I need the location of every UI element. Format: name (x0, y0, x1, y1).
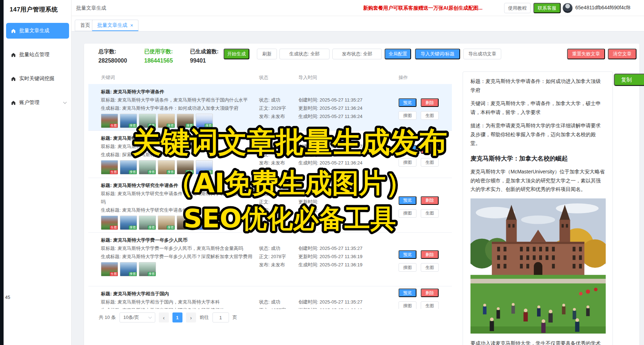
search-image-button[interactable]: 搜图 (399, 263, 416, 272)
time-cell: 创建时间: 2025-05-27 11:35:27 更新时间: 2025-05-… (298, 236, 399, 286)
generate-status-select[interactable]: 生成状态: 全部 (279, 49, 330, 59)
search-image-tag: 搜图 (205, 226, 213, 230)
article-thumbnail[interactable]: 搜图 (177, 114, 194, 128)
generated-title: 麦克马斯特大学相当于国内哪些名校？留学选择的 (122, 307, 224, 309)
double-title: 麦克马斯特大学申请条件，麦克马斯特大学相当于国内什么水平 (117, 97, 248, 103)
clear-articles-button[interactable]: 清空文章 (608, 49, 636, 59)
article-thumbnail[interactable]: 搜图 (120, 262, 137, 276)
status-value: 成功 (271, 191, 280, 196)
created-time: 2025-05-27 11:35:27 (319, 97, 362, 103)
tutorial-button[interactable]: 使用教程 (504, 3, 531, 13)
reset-failed-button[interactable]: 重置失败文章 (567, 49, 605, 59)
article-thumbnail[interactable]: 搜图 (158, 114, 175, 128)
article-thumbnail[interactable]: 生图 (101, 216, 118, 230)
search-image-button[interactable]: 搜图 (399, 111, 416, 120)
preview-button[interactable]: 预览 (399, 289, 416, 297)
table-row[interactable]: 标题: 麦克马斯特大学研究生申请条件 双标题: 麦克马斯特大学研究生申请条件，麦… (88, 178, 452, 232)
sidebar-item-batch-article[interactable]: 批量文章生成 (6, 23, 69, 39)
refresh-button[interactable]: 刷新 (257, 49, 277, 59)
article-thumbnail[interactable]: 搜图 (139, 160, 156, 174)
preview-button[interactable]: 预览 (399, 196, 416, 205)
preview-button[interactable]: 预览 (399, 145, 416, 154)
table-row[interactable]: 标题: 麦克马斯特大学学费一年多少人民币 双标题: 麦克马斯特大学学费一年多少人… (88, 232, 452, 286)
search-image-button[interactable]: 搜图 (399, 158, 416, 167)
article-thumbnail[interactable]: 搜图 (196, 216, 213, 230)
sidebar: 147用户管理系统 批量文章生成 批量站点管理 实时关键词挖掘 账户管理 45 (4, 0, 72, 345)
current-page-button[interactable]: 1 (172, 312, 182, 322)
export-success-button[interactable]: 导出成功文章 (463, 49, 501, 59)
delete-button[interactable]: 删除 (421, 98, 439, 107)
start-generate-button[interactable]: 开始生成 (224, 49, 249, 59)
gen-image-tag: 生图 (110, 170, 118, 174)
title-label: 标题: (101, 89, 112, 94)
preview-button[interactable]: 预览 (399, 98, 416, 107)
avatar[interactable] (562, 3, 573, 13)
prev-page-button[interactable]: ‹ (159, 312, 169, 322)
header-keyword: 关键词 (101, 74, 259, 81)
article-thumbnail[interactable]: 生图 (101, 160, 118, 174)
global-config-button[interactable]: 全局配置 (385, 49, 411, 59)
status-value: 成功 (271, 246, 280, 251)
article-thumbnail[interactable]: 搜图 (139, 216, 156, 230)
sidebar-item-account[interactable]: 账户管理 (6, 95, 69, 110)
header-status: 状态 (259, 74, 298, 81)
generate-image-button[interactable]: 生图 (421, 263, 439, 272)
article-thumbnail[interactable]: 搜图 (158, 160, 175, 174)
preview-description: 描述：为有意申请麦克马斯特大学的学生详细讲解申请要求及步骤，帮助你轻松掌握入学条… (470, 121, 605, 148)
keyword-cell: 标题: 麦克马斯特大学 双标题: 麦克马斯特大 生成标题: 探索麦克马斯特大学 … (101, 134, 255, 178)
app-title: 147用户管理系统 (4, 0, 71, 14)
generate-image-button[interactable]: 生图 (421, 209, 439, 218)
article-thumbnail[interactable]: 搜图 (177, 216, 194, 230)
sidebar-item-batch-site[interactable]: 批量站点管理 (6, 47, 69, 63)
article-thumbnail[interactable]: 搜图 (177, 160, 194, 174)
search-image-button[interactable]: 搜图 (399, 209, 416, 218)
article-thumbnail[interactable]: 搜图 (158, 216, 175, 230)
stats-bar: 总字数: 282580000 已使用字数: 186441565 已生成篇数: 9… (98, 48, 236, 64)
goto-page-input[interactable] (213, 312, 229, 322)
article-thumbnail[interactable]: 搜图 (120, 216, 137, 230)
delete-button[interactable]: 删除 (421, 196, 439, 205)
status-cell: 状态: 成功 正文: 2078字 发布: 未发布 (259, 236, 298, 286)
delete-button[interactable]: 删除 (421, 250, 439, 259)
article-thumbnail[interactable]: 搜图 (139, 262, 156, 276)
tab-batch-article[interactable]: 批量文章生成 × (92, 20, 138, 31)
contact-support-button[interactable]: 联系客服 (533, 3, 561, 13)
article-thumbnail[interactable]: 搜图 (196, 114, 213, 128)
preview-button[interactable]: 预览 (399, 250, 416, 259)
table-row[interactable]: 标题: 麦克马斯特大学相当于国内 双标题: 麦克马斯特大学相当于国内，麦克马斯特… (88, 286, 452, 309)
sidebar-item-keyword-mining[interactable]: 实时关键词挖掘 (6, 71, 69, 87)
page-size-select[interactable]: 10条/页 (119, 312, 155, 322)
table-row[interactable]: 标题: 麦克马斯特大学申请条件 双标题: 麦克马斯特大学申请条件，麦克马斯特大学… (88, 84, 452, 130)
article-thumbnail[interactable]: 搜图 (120, 114, 137, 128)
search-image-tag: 搜图 (129, 272, 137, 276)
user-id: 65e4811dfb644f690f4cf8 (575, 5, 630, 10)
article-preview-panel: 标题：麦克马斯特大学申请条件：如何成功进入加拿大顶级学府 关键词：麦克马斯特大学… (463, 72, 613, 345)
preview-footer-text: 要成功入读麦克马斯特大学，学生不仅需要具备优秀的学术成绩 (470, 339, 605, 345)
article-thumbnail[interactable]: 搜图 (196, 160, 213, 174)
generate-image-button[interactable]: 生图 (421, 111, 439, 120)
stat-label: 已使用字数: (144, 48, 190, 55)
thumbnail-strip: 生图搜图搜图搜图搜图搜图 (101, 216, 255, 230)
article-thumbnail[interactable]: 生图 (101, 114, 118, 128)
chevron-down-icon (63, 100, 67, 104)
copy-button[interactable]: 复制 (614, 74, 644, 86)
header-import-time: 导入时间 (298, 74, 399, 81)
delete-button[interactable]: 删除 (421, 145, 439, 154)
delete-button[interactable]: 删除 (421, 289, 439, 297)
generate-image-button[interactable]: 生图 (421, 158, 439, 167)
search-image-button[interactable]: 搜图 (399, 301, 416, 309)
import-keywords-button[interactable]: 导入关键词/标题 (415, 49, 460, 59)
generate-image-button[interactable]: 生图 (421, 301, 439, 309)
stat-used-words: 已使用字数: 186441565 (144, 48, 190, 64)
next-page-button[interactable]: › (186, 312, 196, 322)
publish-status-select[interactable]: 发布状态: 全部 (332, 49, 382, 59)
article-thumbnail[interactable]: 搜图 (120, 160, 137, 174)
search-image-tag: 搜图 (167, 226, 175, 230)
close-icon[interactable]: × (130, 23, 133, 28)
table-row[interactable]: 标题: 麦克马斯特大学 双标题: 麦克马斯特大 生成标题: 探索麦克马斯特大学 … (88, 130, 452, 178)
stat-value: 186441565 (144, 58, 190, 64)
thumbnail-strip: 生图搜图搜图 (101, 262, 255, 276)
article-thumbnail[interactable]: 搜图 (139, 114, 156, 128)
double-title: 麦克马斯特大学相当于国内，麦克马斯特大学本科 (117, 299, 220, 305)
article-thumbnail[interactable]: 生图 (101, 262, 118, 276)
